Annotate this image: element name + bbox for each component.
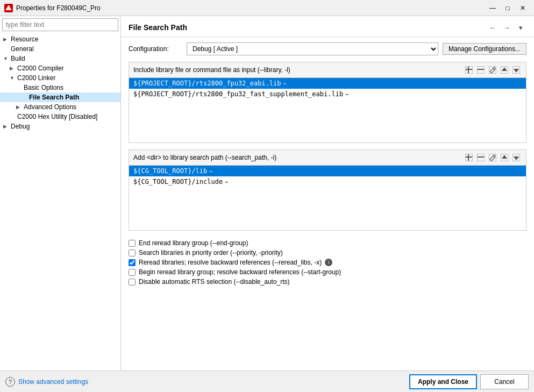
checkbox-reread-libs-label: Reread libraries; resolve backward refer… xyxy=(139,259,322,266)
library-search-item-1-ellipsis: ⋯ xyxy=(225,179,228,185)
bottom-bar: ? Show advanced settings Apply and Close… xyxy=(0,370,534,392)
checkboxes-section: End reread library group (--end-group) S… xyxy=(129,239,526,286)
include-library-item-1-text: ${PROJECT_ROOT}/rts2800_fpu32_fast_suppl… xyxy=(133,90,343,98)
search-remove-button[interactable] xyxy=(475,152,486,163)
checkbox-end-reread-input[interactable] xyxy=(129,240,136,247)
search-up-button[interactable] xyxy=(499,152,510,163)
filter-input[interactable] xyxy=(2,18,118,31)
panel-body: Configuration: Debug [ Active ]Release M… xyxy=(121,37,534,370)
search-down-button[interactable] xyxy=(511,152,522,163)
panel-header: File Search Path ← → ▾ xyxy=(121,16,534,37)
bottom-right: Apply and Close Cancel xyxy=(409,374,529,389)
checkbox-begin-reread[interactable]: Begin reread library group; resolve back… xyxy=(129,268,526,276)
library-search-toolbar xyxy=(464,152,522,163)
checkbox-begin-reread-label: Begin reread library group; resolve back… xyxy=(139,268,341,276)
library-search-list: ${CG_TOOL_ROOT}/lib ⋯ ${CG_TOOL_ROOT}/in… xyxy=(129,166,526,230)
sidebar-item-c2000-hex-utility[interactable]: C2000 Hex Utility [Disabled] xyxy=(0,112,120,122)
sidebar-item-debug[interactable]: ▶ Debug xyxy=(0,122,120,131)
library-search-item-1-text: ${CG_TOOL_ROOT}/include xyxy=(133,178,223,186)
expand-icon-c2000-hex-utility xyxy=(10,114,15,119)
include-library-label: Include library file or command file as … xyxy=(133,66,464,74)
include-library-item-1[interactable]: ${PROJECT_ROOT}/rts2800_fpu32_fast_suppl… xyxy=(129,89,526,99)
include-up-button[interactable] xyxy=(499,65,510,75)
library-search-item-1[interactable]: ${CG_TOOL_ROOT}/include ⋯ xyxy=(129,176,526,187)
sidebar-item-resource[interactable]: ▶ Resource xyxy=(0,34,120,44)
sidebar-label-basic-options: Basic Options xyxy=(24,84,63,91)
include-library-section: Include library file or command file as … xyxy=(129,62,526,143)
config-row: Configuration: Debug [ Active ]Release M… xyxy=(129,42,526,55)
include-library-item-1-ellipsis: ⋯ xyxy=(345,91,348,97)
sidebar-label-c2000-compiler: C2000 Compiler xyxy=(17,65,64,72)
include-remove-button[interactable] xyxy=(475,65,486,75)
checkbox-end-reread[interactable]: End reread library group (--end-group) xyxy=(129,239,526,247)
config-select[interactable]: Debug [ Active ]Release xyxy=(187,42,438,55)
close-button[interactable]: ✕ xyxy=(516,3,530,13)
panel-menu-button[interactable]: ▾ xyxy=(515,22,526,33)
config-label: Configuration: xyxy=(129,45,182,53)
forward-button[interactable]: → xyxy=(501,22,512,33)
checkbox-disable-auto-rts[interactable]: Disable automatic RTS selection (--disab… xyxy=(129,278,526,286)
right-panel: File Search Path ← → ▾ Configuration: De… xyxy=(121,16,534,370)
include-library-item-0-ellipsis: ⋯ xyxy=(283,81,287,87)
svg-marker-8 xyxy=(502,67,507,71)
window-title: Properties for F280049C_Pro xyxy=(16,4,486,12)
include-library-toolbar xyxy=(464,65,522,75)
apply-and-close-button[interactable]: Apply and Close xyxy=(409,374,477,389)
checkbox-reread-libs[interactable]: Reread libraries; resolve backward refer… xyxy=(129,259,526,266)
checkbox-end-reread-label: End reread library group (--end-group) xyxy=(139,239,248,247)
panel-header-icons: ← → ▾ xyxy=(487,22,526,33)
library-search-header: Add <dir> to library search path (--sear… xyxy=(129,150,526,166)
search-add-button[interactable] xyxy=(464,152,474,163)
sidebar-label-c2000-hex-utility: C2000 Hex Utility [Disabled] xyxy=(17,113,97,120)
sidebar-label-build: Build xyxy=(11,55,25,62)
maximize-button[interactable]: □ xyxy=(501,3,515,13)
expand-icon-basic-options xyxy=(16,85,22,90)
main-content: ▶ Resource General ▼ Build ▶ C2000 Compi… xyxy=(0,16,534,370)
svg-rect-13 xyxy=(468,154,469,161)
include-edit-button[interactable] xyxy=(487,65,498,75)
expand-icon-advanced-options: ▶ xyxy=(16,104,22,110)
checkbox-reread-libs-input[interactable] xyxy=(129,259,136,266)
info-icon-reread-libs[interactable]: i xyxy=(325,259,332,266)
checkbox-search-priority-input[interactable] xyxy=(129,250,136,256)
svg-rect-15 xyxy=(478,156,484,158)
library-search-item-0-text: ${CG_TOOL_ROOT}/lib xyxy=(133,167,207,175)
sidebar-item-file-search-path[interactable]: File Search Path xyxy=(0,92,120,102)
tree: ▶ Resource General ▼ Build ▶ C2000 Compi… xyxy=(0,33,120,370)
sidebar-item-build[interactable]: ▼ Build xyxy=(0,54,120,63)
sidebar-item-c2000-linker[interactable]: ▼ C2000 Linker xyxy=(0,73,120,83)
manage-configurations-button[interactable]: Manage Configurations... xyxy=(443,43,526,55)
sidebar-item-advanced-options[interactable]: ▶ Advanced Options xyxy=(0,102,120,112)
sidebar-item-general[interactable]: General xyxy=(0,44,120,54)
back-button[interactable]: ← xyxy=(487,22,499,33)
library-search-label: Add <dir> to library search path (--sear… xyxy=(133,154,464,161)
include-library-item-0[interactable]: ${PROJECT_ROOT}/rts2800_fpu32_eabi.lib ⋯ xyxy=(129,78,526,89)
include-library-list: ${PROJECT_ROOT}/rts2800_fpu32_eabi.lib ⋯… xyxy=(129,78,526,142)
checkbox-begin-reread-input[interactable] xyxy=(129,269,136,276)
sidebar: ▶ Resource General ▼ Build ▶ C2000 Compi… xyxy=(0,16,121,370)
help-icon[interactable]: ? xyxy=(5,377,15,387)
expand-icon-c2000-compiler: ▶ xyxy=(10,66,15,71)
expand-icon-debug: ▶ xyxy=(3,124,9,129)
sidebar-label-file-search-path: File Search Path xyxy=(29,94,79,101)
minimize-button[interactable]: — xyxy=(486,3,500,13)
library-search-item-0[interactable]: ${CG_TOOL_ROOT}/lib ⋯ xyxy=(129,166,526,176)
expand-icon-build: ▼ xyxy=(3,56,9,61)
bottom-left: ? Show advanced settings xyxy=(5,377,88,387)
svg-marker-20 xyxy=(514,156,519,160)
checkbox-disable-auto-rts-input[interactable] xyxy=(129,279,136,286)
library-search-item-0-ellipsis: ⋯ xyxy=(209,168,212,174)
checkbox-search-priority[interactable]: Search libraries in priority order (--pr… xyxy=(129,249,526,256)
cancel-button[interactable]: Cancel xyxy=(480,374,529,389)
sidebar-label-resource: Resource xyxy=(11,35,38,43)
search-edit-button[interactable] xyxy=(487,152,498,163)
checkbox-search-priority-label: Search libraries in priority order (--pr… xyxy=(139,249,283,256)
include-down-button[interactable] xyxy=(511,65,522,75)
show-advanced-settings-link[interactable]: Show advanced settings xyxy=(18,378,88,386)
svg-rect-5 xyxy=(478,69,484,70)
sidebar-item-c2000-compiler[interactable]: ▶ C2000 Compiler xyxy=(0,63,120,73)
include-add-button[interactable] xyxy=(464,65,474,75)
include-library-header: Include library file or command file as … xyxy=(129,62,526,78)
sidebar-item-basic-options[interactable]: Basic Options xyxy=(0,83,120,92)
expand-icon-general xyxy=(3,46,9,52)
